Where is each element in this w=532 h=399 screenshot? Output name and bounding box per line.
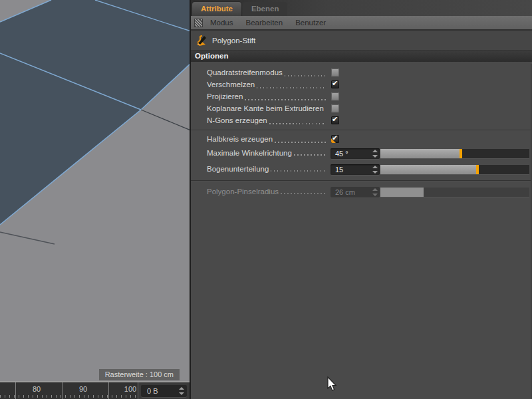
slider-handle[interactable] [476,165,479,174]
checkbox-ngons[interactable] [331,116,339,124]
option-label: Bogenunterteilung [207,164,269,174]
attribute-manager-panel: Attribute Ebenen Modus Bearbeiten Benutz… [191,0,532,399]
menu-bearbeiten[interactable]: Bearbeiten [246,19,283,27]
active-tool-name: Polygon-Stift [212,37,255,45]
option-row-projizieren: Projizieren [191,91,532,103]
panel-tab-bar: Attribute Ebenen [191,0,532,16]
group-divider [191,130,532,131]
checkbox-verschmelzen[interactable] [331,80,339,88]
ruler-minor-ticks [0,395,138,398]
option-label: Maximale Winkelrichtung [207,148,292,158]
option-label: Polygon-Pinselradius [207,186,279,197]
option-label: Projizieren [207,91,243,103]
dotted-leader [271,170,326,172]
dotted-leader [285,75,326,76]
tab-ebenen[interactable]: Ebenen [243,2,288,16]
bogenunterteilung-value: 15 [335,166,343,174]
application-window: Rasterweite : 100 cm 80 90 100 0 B Attri [0,0,532,399]
option-row-halbkreis: Halbkreis erzeugen [191,134,532,146]
checkbox-projizieren[interactable] [331,92,339,100]
slider-fill [380,149,462,158]
viewport-bottom-bar: 80 90 100 0 B [0,381,190,399]
options-body: Quadratstreifenmodus Verschmelzen Projiz… [191,62,532,399]
ruler-number: 90 [79,385,87,393]
section-header-optionen[interactable]: Optionen [191,51,532,62]
polygon-pen-icon [196,35,207,47]
option-label: Halbkreis erzeugen [207,134,273,146]
checkbox-koplanare-kante[interactable] [331,104,339,112]
winkelrichtung-value: 45 ° [335,150,348,158]
winkelrichtung-slider[interactable] [380,149,529,158]
unit-dropdown[interactable]: 0 B [141,385,187,397]
value-row-pinselradius: Polygon-Pinselradius 26 cm [191,184,532,200]
option-label: Verschmelzen [207,79,255,91]
spinner-arrows-icon [372,188,378,196]
tab-attribute[interactable]: Attribute [192,2,241,16]
option-row-koplanare-kante: Koplanare Kante beim Extrudieren [191,103,532,115]
dotted-leader [245,99,326,100]
slider-fill [380,165,479,174]
polygon-mesh [0,0,190,381]
unit-dropdown-value: 0 B [147,387,158,395]
spinner-arrows-icon[interactable] [372,166,378,174]
dotted-leader [294,154,326,156]
dotted-leader [281,193,326,194]
slider-fill [380,188,424,197]
ruler-number: 100 [124,385,136,393]
pinselradius-slider [380,188,529,197]
unit-dropdown-arrows-icon[interactable] [178,387,184,395]
dotted-leader [269,123,326,124]
ruler-number: 80 [33,385,41,393]
option-label: N-Gons erzeugen [207,115,267,127]
option-label: Quadratstreifenmodus [207,67,283,79]
spinner-arrows-icon[interactable] [372,150,378,158]
panel-menu-bar: Modus Bearbeiten Benutzer [191,16,532,31]
pinselradius-value: 26 cm [335,188,355,196]
pinselradius-input: 26 cm [331,187,380,198]
lock-grip-icon[interactable] [194,19,203,27]
active-tool-row: Polygon-Stift [191,31,532,51]
option-row-ngons: N-Gons erzeugen [191,115,532,127]
slider-handle[interactable] [460,149,462,158]
option-row-quadratstreifenmodus: Quadratstreifenmodus [191,67,532,79]
winkelrichtung-input[interactable]: 45 ° [331,148,380,159]
checkbox-halbkreis[interactable] [331,135,339,143]
dotted-leader [275,142,326,143]
checkbox-quadratstreifenmodus[interactable] [331,68,339,76]
viewport-canvas[interactable] [0,0,190,381]
viewport-3d[interactable]: Rasterweite : 100 cm 80 90 100 0 B [0,0,191,399]
option-row-verschmelzen: Verschmelzen [191,79,532,91]
option-label: Koplanare Kante beim Extrudieren [207,103,324,115]
horizontal-ruler: 80 90 100 [0,382,138,399]
bogenunterteilung-slider[interactable] [380,165,529,174]
value-row-winkelrichtung: Maximale Winkelrichtung 45 ° [191,146,532,162]
menu-benutzer[interactable]: Benutzer [295,19,326,27]
grid-size-label: Rasterweite : 100 cm [99,369,180,380]
bogenunterteilung-input[interactable]: 15 [331,164,380,175]
group-divider [191,180,532,182]
menu-modus[interactable]: Modus [210,19,233,27]
unit-dropdown-zone: 0 B [138,382,190,399]
dotted-leader [257,87,326,88]
value-row-bogenunterteilung: Bogenunterteilung 15 [191,162,532,178]
